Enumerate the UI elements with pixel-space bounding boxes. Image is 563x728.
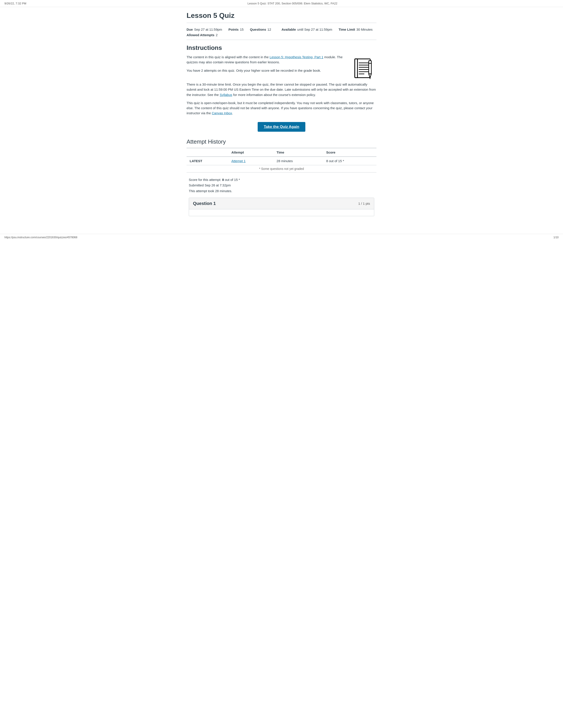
score-bold: 8 [222, 178, 224, 182]
question1-box: Question 1 1 / 1 pts [189, 198, 374, 216]
question1-pts: 1 / 1 pts [358, 202, 370, 205]
content-wrapper: Lesson 5 Quiz Due Sep 27 at 11:59pm Poin… [180, 7, 383, 225]
col-header-empty [186, 148, 228, 157]
take-quiz-container: Take the Quiz Again [186, 122, 377, 132]
score-line: Score for this attempt: 8 out of 15 * [189, 177, 377, 183]
para4-after: . [232, 111, 233, 115]
para3-after: for more information about the course's … [232, 93, 316, 97]
syllabus-link[interactable]: Syllabus [220, 93, 232, 97]
instructions-para1: The content in this quiz is aligned with… [186, 54, 346, 65]
attempt1-time: 28 minutes [273, 157, 323, 165]
attempt-history-title: Attempt History [186, 138, 377, 145]
browser-page-title: Lesson 5 Quiz: STAT 200, Section 005/006… [26, 2, 559, 5]
available-label: Available [282, 28, 296, 31]
latest-label: LATEST [186, 157, 228, 165]
attempt1-link-cell: Attempt 1 [228, 157, 273, 165]
due-label: Due [186, 28, 193, 31]
attempt1-link[interactable]: Attempt 1 [231, 159, 245, 163]
lesson5-link[interactable]: Lesson 5: Hypothesis Testing, Part 1 [269, 55, 323, 59]
meta-available: Available until Sep 27 at 11:59pm Time L… [282, 27, 377, 32]
note-text: * Some questions not yet graded [186, 165, 377, 172]
duration-line: This attempt took 28 minutes. [189, 188, 377, 194]
meta-allowed-attempts: Allowed Attempts 2 [186, 32, 282, 38]
score-prefix: Score for this attempt: [189, 178, 222, 182]
allowed-attempts-label: Allowed Attempts [186, 33, 214, 37]
score-summary: Score for this attempt: 8 out of 15 * Su… [189, 177, 377, 194]
quiz-meta: Due Sep 27 at 11:59pm Points 15 Question… [186, 27, 377, 38]
score-suffix: out of 15 * [224, 178, 240, 182]
canvas-inbox-link[interactable]: Canvas Inbox [212, 111, 232, 115]
due-value: Sep 27 at 11:59pm [194, 28, 222, 31]
questions-label: Questions [250, 28, 266, 31]
instructions-text-col: The content in this quiz is aligned with… [186, 54, 346, 76]
col-header-attempt: Attempt [228, 148, 273, 157]
table-row: LATEST Attempt 1 28 minutes 8 out of 15 … [186, 157, 377, 165]
allowed-attempts-value: 2 [216, 33, 217, 37]
svg-rect-8 [369, 61, 371, 74]
questions-value: 12 [267, 28, 271, 31]
instructions-para2: You have 2 attempts on this quiz. Only y… [186, 68, 346, 73]
page-title: Lesson 5 Quiz [186, 11, 377, 20]
footer-page: 1/10 [554, 236, 559, 239]
take-quiz-button[interactable]: Take the Quiz Again [258, 122, 306, 132]
meta-due: Due Sep 27 at 11:59pm Points 15 Question… [186, 27, 282, 32]
question1-body [189, 209, 374, 216]
points-label: Points [228, 28, 239, 31]
question1-title: Question 1 [193, 201, 216, 206]
table-header-row: Attempt Time Score [186, 148, 377, 157]
title-divider [186, 23, 377, 23]
available-value: until Sep 27 at 11:59pm [297, 28, 332, 31]
note-row: * Some questions not yet graded [186, 165, 377, 172]
submitted-line: Submitted Sep 26 at 7:32pm [189, 182, 377, 188]
time-limit-value: 30 Minutes [356, 28, 373, 31]
attempt1-score: 8 out of 15 * [323, 157, 377, 165]
book-icon [352, 57, 377, 82]
para1-before: The content in this quiz is aligned with… [186, 55, 269, 59]
browser-bar: 9/26/22, 7:32 PM Lesson 5 Quiz: STAT 200… [0, 0, 563, 7]
svg-rect-1 [355, 59, 358, 78]
instructions-para4: This quiz is open-note/open-book, but it… [186, 100, 377, 116]
attempt-table: Attempt Time Score LATEST Attempt 1 28 m… [186, 148, 377, 173]
browser-timestamp: 9/26/22, 7:32 PM [4, 2, 26, 5]
points-value: 15 [240, 28, 244, 31]
col-header-score: Score [323, 148, 377, 157]
question1-header: Question 1 1 / 1 pts [189, 198, 374, 209]
time-limit-label: Time Limit [339, 28, 355, 31]
meta-divider [186, 40, 377, 40]
svg-marker-11 [369, 78, 371, 79]
instructions-para3: There is a 30-minute time limit. Once yo… [186, 82, 377, 97]
instructions-title: Instructions [186, 44, 377, 51]
footer-url: https://psu.instructure.com/courses/2201… [4, 236, 77, 239]
instructions-block: The content in this quiz is aligned with… [186, 54, 377, 82]
footer-bar: https://psu.instructure.com/courses/2201… [0, 234, 563, 241]
col-header-time: Time [273, 148, 323, 157]
